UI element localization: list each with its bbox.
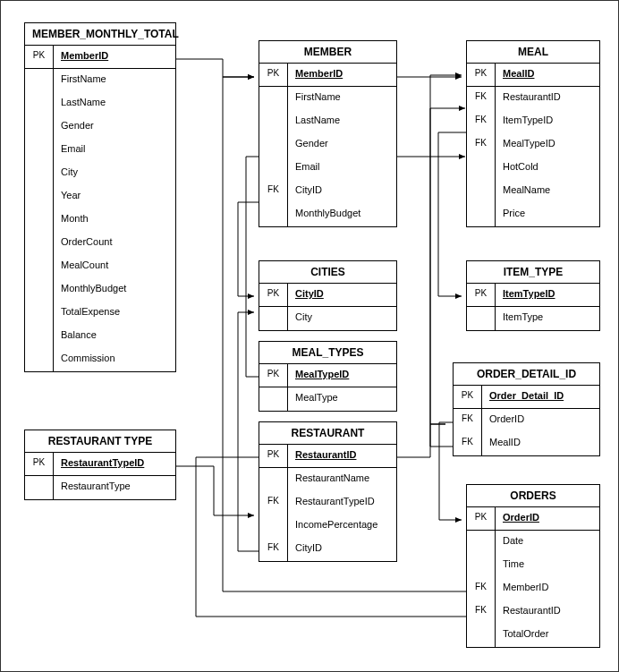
key-type: PK (454, 386, 482, 408)
key-type (25, 208, 54, 232)
entity-row: Balance (25, 325, 175, 348)
key-type: PK (467, 507, 496, 530)
attribute-name: RestaurantID (288, 445, 396, 467)
attribute-name: MealName (496, 180, 599, 203)
attribute-name: FirstName (54, 69, 175, 92)
entity-row: Commission (25, 348, 175, 371)
entity-row: MonthlyBudget (259, 203, 396, 226)
key-type (259, 133, 288, 157)
entity-row: PKCityID (259, 284, 396, 307)
attribute-name: Gender (54, 115, 175, 139)
entity-row: TotalExpense (25, 302, 175, 325)
entity-cities: CITIESPKCityIDCity (259, 260, 397, 331)
entity-row: Gender (259, 133, 396, 157)
attribute-name: MemberID (496, 577, 599, 600)
attribute-name: Commission (54, 348, 175, 371)
entity-row: MealCount (25, 255, 175, 278)
entity-title: ITEM_TYPE (467, 261, 599, 284)
entity-row: MealType (259, 387, 396, 411)
key-type: PK (259, 284, 288, 306)
entity-row: PKMemberID (259, 64, 396, 87)
key-type (25, 348, 54, 371)
attribute-name: ItemTypeID (496, 110, 599, 133)
key-type (259, 387, 288, 411)
entity-row: HotCold (467, 157, 599, 180)
attribute-name: ItemTypeID (496, 284, 599, 306)
entity-row: LastName (259, 110, 396, 133)
key-type: PK (25, 46, 54, 68)
entity-row: FKRestaurantTypeID (259, 491, 396, 515)
key-type: FK (259, 491, 288, 515)
entity-title: CITIES (259, 261, 396, 284)
entity-row: PKRestaurantTypeID (25, 453, 175, 476)
entity-member_monthly_total: MEMBER_MONTHLY_TOTALPKMemberIDFirstNameL… (24, 22, 176, 372)
entity-row: FKCityID (259, 180, 396, 203)
entity-row: PKItemTypeID (467, 284, 599, 307)
key-type: FK (454, 432, 482, 455)
entity-row: LastName (25, 92, 175, 115)
key-type: PK (259, 445, 288, 467)
entity-title: MEMBER (259, 41, 396, 64)
key-type (467, 531, 496, 554)
attribute-name: Email (54, 139, 175, 162)
entity-row: FKRestaurantID (467, 87, 599, 110)
entity-member: MEMBERPKMemberIDFirstNameLastNameGenderE… (259, 40, 397, 227)
key-type: PK (467, 64, 496, 86)
connector-line (238, 312, 259, 551)
key-type (467, 554, 496, 577)
attribute-name: TotalOrder (496, 624, 599, 647)
entity-row: PKMealID (467, 64, 599, 87)
entity-row: MonthlyBudget (25, 278, 175, 302)
key-type: FK (467, 110, 496, 133)
key-type: FK (259, 538, 288, 561)
entity-meal: MEALPKMealIDFKRestaurantIDFKItemTypeIDFK… (466, 40, 600, 227)
entity-row: FKOrderID (454, 409, 599, 432)
attribute-name: RestaurantID (496, 87, 599, 110)
key-type: FK (467, 577, 496, 600)
key-type (25, 115, 54, 139)
attribute-name: Balance (54, 325, 175, 348)
attribute-name: MonthlyBudget (288, 203, 396, 226)
key-type (467, 203, 496, 226)
key-type (467, 157, 496, 180)
key-type (259, 468, 288, 491)
attribute-name: MealID (482, 432, 599, 455)
key-type: PK (467, 284, 496, 306)
attribute-name: RestaurantTypeID (54, 453, 175, 475)
entity-row: Email (259, 157, 396, 180)
attribute-name: MealTypeID (288, 364, 396, 387)
attribute-name: CityID (288, 538, 396, 561)
connector-line (176, 59, 254, 77)
key-type (25, 476, 54, 499)
entity-row: City (25, 162, 175, 185)
connector-line (430, 424, 453, 447)
key-type: FK (467, 87, 496, 110)
attribute-name: CityID (288, 284, 396, 306)
entity-restaurant_type: RESTAURANT TYPEPKRestaurantTypeIDRestaur… (24, 430, 176, 500)
entity-row: OrderCount (25, 232, 175, 255)
entity-title: ORDER_DETAIL_ID (454, 363, 599, 386)
attribute-name: OrderID (496, 507, 599, 530)
entity-row: Time (467, 554, 599, 577)
key-type (25, 162, 54, 185)
key-type (25, 255, 54, 278)
attribute-name: TotalExpense (54, 302, 175, 325)
connector-line (176, 466, 254, 515)
key-type: FK (467, 600, 496, 624)
key-type (259, 515, 288, 538)
attribute-name: RestaurantID (496, 600, 599, 624)
key-type (259, 307, 288, 330)
entity-restaurant: RESTAURANTPKRestaurantIDRestaurantNameFK… (259, 421, 397, 562)
attribute-name: CityID (288, 180, 396, 203)
attribute-name: City (288, 307, 396, 330)
attribute-name: MemberID (288, 64, 396, 86)
attribute-name: LastName (288, 110, 396, 133)
attribute-name: Month (54, 208, 175, 232)
entity-title: RESTAURANT (259, 422, 396, 445)
attribute-name: Email (288, 157, 396, 180)
entity-order_detail_id: ORDER_DETAIL_IDPKOrder_Detail_IDFKOrderI… (453, 362, 600, 456)
key-type (259, 110, 288, 133)
attribute-name: MealTypeID (496, 133, 599, 157)
entity-row: PKRestaurantID (259, 445, 396, 468)
key-type (467, 180, 496, 203)
